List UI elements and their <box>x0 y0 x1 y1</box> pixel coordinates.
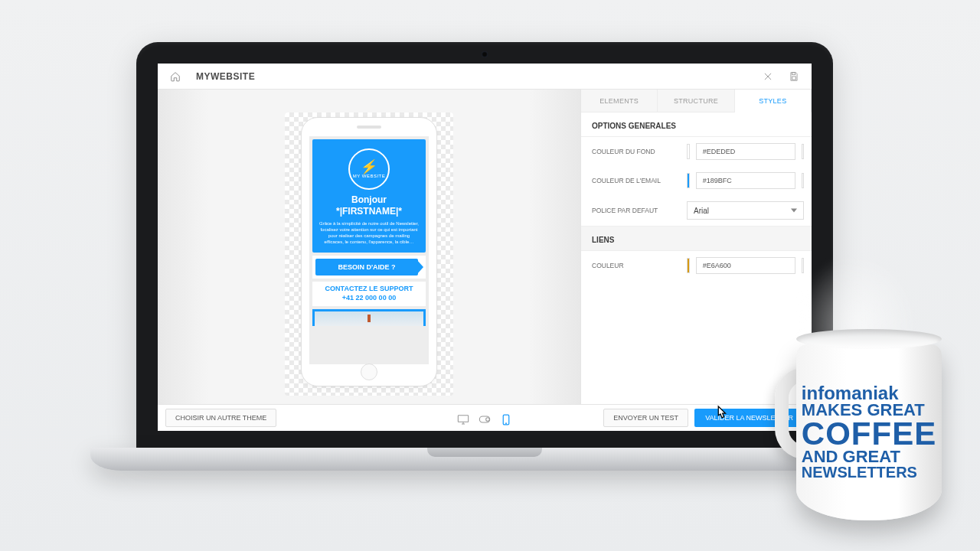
support-block[interactable]: CONTACTEZ LE SUPPORT +41 22 000 00 00 <box>312 282 426 305</box>
support-line2: +41 22 000 00 00 <box>342 294 396 302</box>
tab-elements[interactable]: ELEMENTS <box>581 90 658 112</box>
laptop-frame: MYWEBSITE <box>136 42 833 474</box>
mug-rim <box>796 329 942 349</box>
hero-line1: Bonjour <box>351 194 387 205</box>
svg-rect-1 <box>792 77 796 80</box>
laptop-notch <box>427 448 542 457</box>
laptop-base <box>90 448 879 471</box>
laptop-bezel: MYWEBSITE <box>136 42 833 448</box>
link-color-input[interactable] <box>696 257 795 274</box>
app-header: MYWEBSITE <box>158 64 812 90</box>
font-label: POLICE PAR DEFAUT <box>592 207 681 214</box>
bg-color-extra[interactable] <box>802 144 804 159</box>
row-default-font: POLICE PAR DEFAUT Arial <box>581 195 812 226</box>
tablet-view-icon[interactable] <box>479 414 491 425</box>
footer-bar: CHOISIR UN AUTRE THEME ENVOYER UN TEST V… <box>158 404 812 431</box>
phone-preview-screen[interactable]: ⚡ MY WEBSITE Bonjour *|FIRSTNAME|* Grâce… <box>309 136 429 364</box>
phone-preview-frame: ⚡ MY WEBSITE Bonjour *|FIRSTNAME|* Grâce… <box>301 117 437 386</box>
support-line1: CONTACTEZ LE SUPPORT <box>325 285 413 292</box>
link-color-swatch[interactable] <box>687 258 690 273</box>
panel-tabs: ELEMENTS STRUCTURE STYLES <box>581 90 812 112</box>
app-screen: MYWEBSITE <box>158 64 812 431</box>
mug-slogan: infomaniak MAKES GREAT COFFEE AND GREAT … <box>802 385 936 479</box>
mug-line4: AND GREAT <box>802 449 936 465</box>
style-panel: ELEMENTS STRUCTURE STYLES OPTIONS GENERA… <box>580 90 812 404</box>
row-email-color: COULEUR DE L'EMAIL <box>581 166 812 195</box>
footer-actions: ENVOYER UN TEST VALIDER LA NEWSLETTER <box>603 409 804 427</box>
email-hero-block[interactable]: ⚡ MY WEBSITE Bonjour *|FIRSTNAME|* Grâce… <box>312 139 426 253</box>
font-select-value: Arial <box>694 207 709 215</box>
save-icon[interactable] <box>787 70 801 83</box>
hero-line2: *|FIRSTNAME|* <box>336 206 402 217</box>
mobile-view-icon[interactable] <box>500 414 512 425</box>
image-block[interactable] <box>312 309 426 326</box>
section-links-heading: LIENS <box>581 226 812 251</box>
svg-rect-3 <box>479 416 489 422</box>
page-title: MYWEBSITE <box>196 71 255 82</box>
email-color-label: COULEUR DE L'EMAIL <box>592 177 681 184</box>
mug-line5: NEWSLETTERS <box>802 465 936 480</box>
canvas-area[interactable]: ⚡ MY WEBSITE Bonjour *|FIRSTNAME|* Grâce… <box>158 90 580 404</box>
section-general-heading: OPTIONS GENERALES <box>581 112 812 137</box>
phone-home-button <box>361 364 377 380</box>
header-actions <box>761 70 801 83</box>
bolt-icon: ⚡ <box>360 160 379 174</box>
hero-heading: Bonjour *|FIRSTNAME|* <box>318 194 420 217</box>
tab-styles[interactable]: STYLES <box>735 90 812 112</box>
link-color-label: COULEUR <box>592 262 681 269</box>
tab-structure[interactable]: STRUCTURE <box>658 90 734 112</box>
desktop-view-icon[interactable] <box>457 414 469 425</box>
bg-color-label: COULEUR DU FOND <box>592 148 681 155</box>
font-select[interactable]: Arial <box>687 201 804 220</box>
bg-color-swatch[interactable] <box>687 144 690 159</box>
bg-color-input[interactable] <box>696 143 795 160</box>
choose-theme-button[interactable]: CHOISIR UN AUTRE THEME <box>165 409 276 427</box>
email-color-swatch[interactable] <box>687 173 690 188</box>
close-icon[interactable] <box>761 70 775 83</box>
coffee-mug: infomaniak MAKES GREAT COFFEE AND GREAT … <box>781 329 949 520</box>
row-link-color: COULEUR <box>581 251 812 280</box>
logo-badge: ⚡ MY WEBSITE <box>348 148 390 190</box>
svg-point-4 <box>486 418 490 422</box>
device-toggle <box>457 414 512 425</box>
svg-point-6 <box>505 422 506 423</box>
svg-rect-2 <box>458 416 468 422</box>
svg-rect-0 <box>792 72 795 74</box>
cta-button[interactable]: BESOIN D'AIDE ? <box>315 259 418 276</box>
hero-body: Grâce à la simplicité de notre outil de … <box>318 220 420 245</box>
email-color-extra[interactable] <box>802 173 804 188</box>
main-area: ⚡ MY WEBSITE Bonjour *|FIRSTNAME|* Grâce… <box>158 90 812 404</box>
row-bg-color: COULEUR DU FOND <box>581 137 812 166</box>
send-test-button[interactable]: ENVOYER UN TEST <box>603 409 688 427</box>
mug-body: infomaniak MAKES GREAT COFFEE AND GREAT … <box>796 344 942 520</box>
phone-speaker <box>357 126 381 129</box>
cta-block[interactable]: BESOIN D'AIDE ? <box>312 256 426 279</box>
home-icon[interactable] <box>168 70 182 83</box>
laptop-camera <box>482 51 488 57</box>
email-color-input[interactable] <box>696 172 795 189</box>
mug-line3: COFFEE <box>802 419 936 449</box>
